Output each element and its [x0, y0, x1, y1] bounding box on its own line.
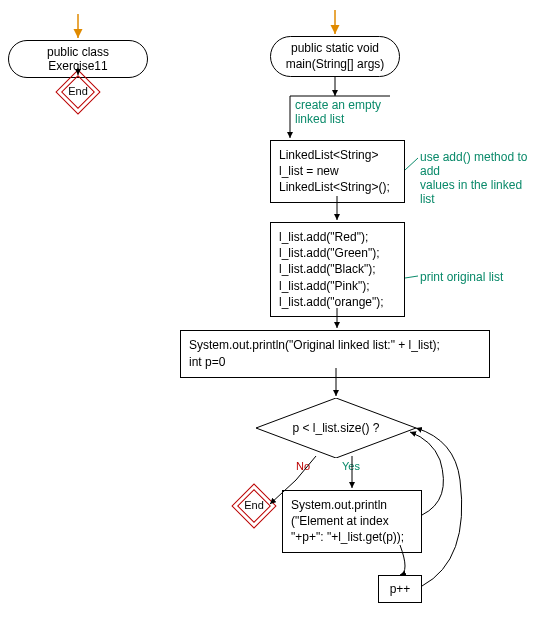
end-right-label: End [238, 499, 270, 511]
process-loop-body-text: System.out.println ("Element at index "+… [291, 498, 404, 544]
process-print: System.out.println("Original linked list… [180, 330, 490, 378]
annot-add-method: use add() method to add values in the li… [420, 150, 537, 206]
end-right: End [238, 490, 270, 522]
end-left: End [62, 76, 94, 108]
annot-print-original: print original list [420, 270, 503, 284]
process-print-text: System.out.println("Original linked list… [189, 338, 440, 369]
svg-line-8 [405, 158, 418, 170]
process-loop-body: System.out.println ("Element at index "+… [282, 490, 422, 553]
process-adds-text: l_list.add("Red"); l_list.add("Green"); … [279, 230, 384, 309]
terminal-main: public static void main(String[] args) [270, 36, 400, 77]
decision-loop-label: p < l_list.size() ? [256, 421, 416, 435]
process-increment: p++ [378, 575, 422, 603]
edge-no-label: No [296, 460, 310, 472]
end-left-label: End [62, 85, 94, 97]
decision-loop: p < l_list.size() ? [256, 398, 416, 458]
edge-yes-label: Yes [342, 460, 360, 472]
process-increment-text: p++ [390, 582, 411, 596]
process-adds: l_list.add("Red"); l_list.add("Green"); … [270, 222, 405, 317]
process-declare-text: LinkedList<String> l_list = new LinkedLi… [279, 148, 390, 194]
terminal-main-label: public static void main(String[] args) [286, 41, 385, 71]
svg-line-10 [405, 276, 418, 278]
process-declare: LinkedList<String> l_list = new LinkedLi… [270, 140, 405, 203]
annot-create-empty: create an empty linked list [295, 98, 381, 126]
